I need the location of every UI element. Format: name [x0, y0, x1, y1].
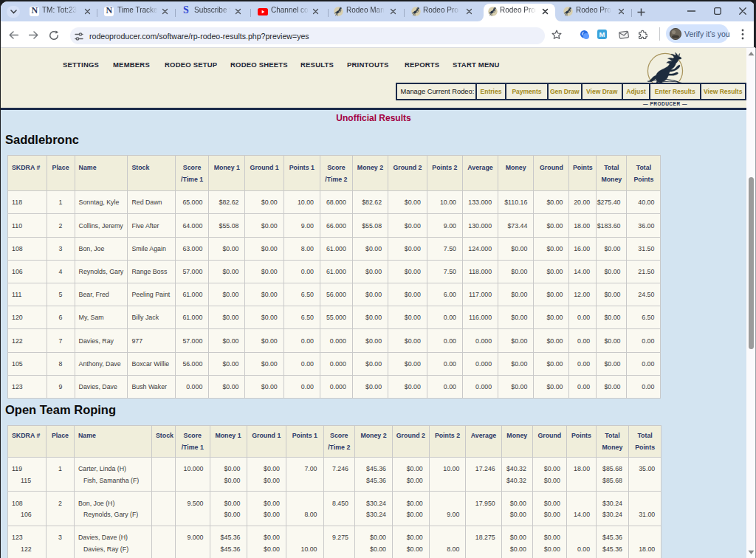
- svg-text:M: M: [599, 30, 605, 38]
